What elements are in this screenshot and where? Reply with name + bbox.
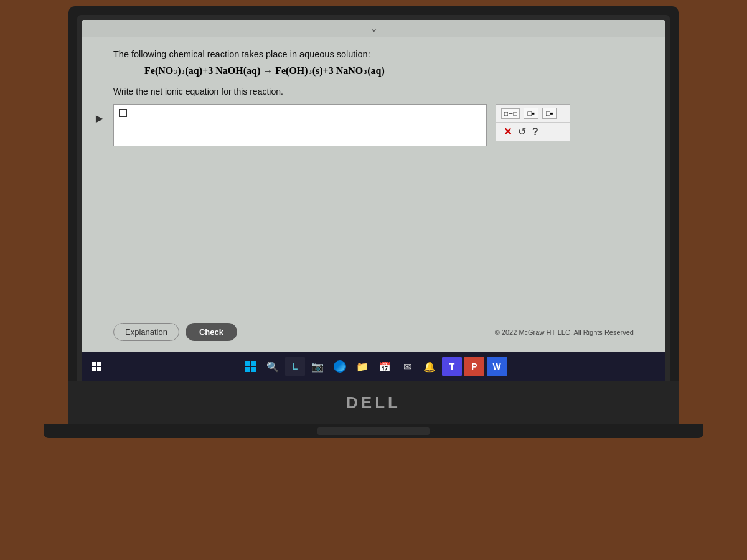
search-icon[interactable]: 🔍	[263, 357, 283, 376]
toolbar-panel: □─□ □■ □■	[496, 104, 570, 141]
eq-aq2: (aq)	[367, 65, 385, 77]
toolbar-btn-subscript[interactable]: □■	[524, 108, 538, 119]
eq-close1: )	[177, 65, 181, 77]
browser-icon[interactable]	[330, 357, 350, 376]
check-button[interactable]: Check	[186, 323, 237, 341]
chevron-down-icon[interactable]: ⌄	[370, 22, 378, 34]
taskbar: 🔍 L 📷 📁 📅 ✉ 🔔 T P W	[82, 352, 665, 381]
write-instruction: Write the net ionic equation for this re…	[113, 86, 634, 96]
folder-icon[interactable]: 📁	[352, 357, 372, 376]
taskbar-center-icons: 🔍 L 📷 📁 📅 ✉ 🔔 T P W	[240, 357, 507, 376]
taskbar-left-group	[87, 357, 106, 376]
eq-fe: Fe(NO	[144, 65, 173, 77]
eq-sub4: 3	[364, 68, 367, 75]
copyright-text: © 2022 McGraw Hill LLC. All Rights Reser…	[495, 329, 634, 336]
taskbar-w-icon[interactable]: W	[487, 357, 507, 376]
eq-sub3: 3	[309, 68, 312, 75]
laptop-base	[44, 424, 703, 438]
taskbar-l-icon[interactable]: L	[285, 357, 305, 376]
file-explorer-icon[interactable]	[87, 357, 106, 376]
cursor-square	[119, 109, 127, 117]
question-intro: The following chemical reaction takes pl…	[113, 49, 634, 59]
toolbar-row-1: □─□ □■ □■	[496, 105, 570, 123]
taskbar-t-icon[interactable]: T	[442, 357, 462, 376]
eq-sub1: 3	[174, 68, 177, 75]
answer-input-box[interactable]	[113, 104, 487, 146]
cursor-arrow: ►	[93, 111, 106, 126]
mail-icon[interactable]: ✉	[397, 357, 417, 376]
bell-icon[interactable]: 🔔	[420, 357, 439, 376]
toolbar-btn-arrow[interactable]: □─□	[501, 108, 520, 119]
bottom-buttons: Explanation Check © 2022 McGraw Hill LLC…	[113, 323, 634, 341]
eq-s: (s)+3 NaNO	[312, 65, 364, 77]
eq-aq1: (aq)+3 NaOH(aq) → Fe(OH)	[186, 65, 308, 77]
trackpad[interactable]	[317, 427, 430, 435]
taskbar-p-icon[interactable]: P	[464, 357, 484, 376]
toolbar-btn-clear[interactable]: ✕	[504, 126, 512, 138]
calendar-icon[interactable]: 📅	[375, 357, 395, 376]
windows-start-icon[interactable]	[240, 357, 260, 376]
toolbar-btn-help[interactable]: ?	[532, 126, 538, 138]
dell-logo: DELL	[346, 393, 401, 413]
explanation-button[interactable]: Explanation	[113, 323, 179, 341]
eq-sub2: 3	[182, 68, 185, 75]
toolbar-btn-superscript[interactable]: □■	[542, 108, 557, 119]
chemical-equation: Fe(NO3)3(aq)+3 NaOH(aq) → Fe(OH)3(s)+3 N…	[144, 65, 634, 77]
toolbar-btn-undo[interactable]: ↺	[518, 126, 526, 138]
toolbar-row-2: ✕ ↺ ?	[496, 123, 570, 141]
answer-row: □─□ □■ □■	[113, 104, 634, 146]
camera-icon[interactable]: 📷	[308, 357, 327, 376]
